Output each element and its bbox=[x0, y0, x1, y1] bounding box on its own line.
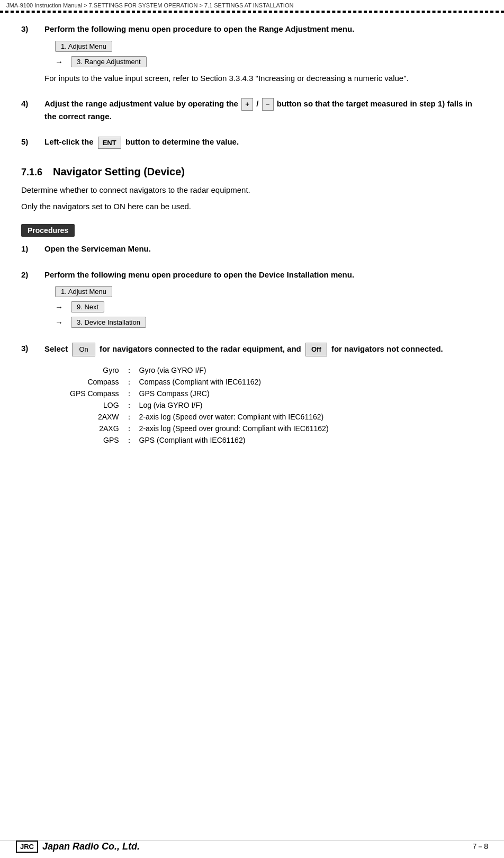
section-desc2: Only the navigators set to ON here can b… bbox=[21, 201, 483, 213]
proc-step-3-num: 3) bbox=[21, 343, 36, 446]
step-5-body: Left-click the ENT button to determine t… bbox=[44, 136, 483, 153]
procedures-badge: Procedures bbox=[21, 224, 75, 237]
nav-label: 2AXG bbox=[66, 423, 123, 435]
proc-step-3: 3) Select On for navigators connected to… bbox=[21, 343, 483, 446]
nav-label: Gyro bbox=[66, 365, 123, 377]
nav-desc: Log (via GYRO I/F) bbox=[135, 400, 333, 412]
off-btn[interactable]: Off bbox=[305, 343, 327, 356]
nav-table-row: LOG ： Log (via GYRO I/F) bbox=[66, 400, 333, 412]
proc-step-2-body: Perform the following menu open procedur… bbox=[44, 269, 483, 334]
proc-step-2-menu-flow: 1. Adjust Menu → 9. Next → 3. Device Ins… bbox=[55, 286, 483, 328]
range-adjustment-btn[interactable]: 3. Range Adjustment bbox=[71, 56, 147, 67]
menu-row-adjust: 1. Adjust Menu bbox=[55, 41, 483, 52]
step-5-suffix: button to determine the value. bbox=[125, 137, 239, 146]
nav-colon: ： bbox=[123, 388, 135, 400]
step-3-note: For inputs to the value input screen, re… bbox=[44, 73, 483, 85]
minus-btn[interactable]: − bbox=[262, 98, 274, 111]
adjust-menu-btn[interactable]: 1. Adjust Menu bbox=[55, 41, 112, 52]
plus-btn[interactable]: + bbox=[241, 98, 253, 111]
menu-row-range: → 3. Range Adjustment bbox=[55, 56, 483, 67]
footer-logo: JRC Japan Radio Co., Ltd. bbox=[16, 841, 140, 853]
arrow-icon: → bbox=[55, 57, 66, 66]
proc-step-3-middle: for navigators connected to the radar eq… bbox=[100, 344, 301, 353]
nav-desc: Gyro (via GYRO I/F) bbox=[135, 365, 333, 377]
nav-desc: GPS (Compliant with IEC61162) bbox=[135, 435, 333, 446]
next-btn[interactable]: 9. Next bbox=[71, 301, 104, 312]
step-4-num: 4) bbox=[21, 98, 36, 127]
proc-menu-row-device: → 3. Device Installation bbox=[55, 317, 483, 328]
proc-menu-row-adjust: 1. Adjust Menu bbox=[55, 286, 483, 297]
on-btn[interactable]: On bbox=[72, 343, 95, 356]
breadcrumb: JMA-9100 Instruction Manual > 7.SETTINGS… bbox=[0, 0, 504, 12]
nav-table-row: GPS Compass ： GPS Compass (JRC) bbox=[66, 388, 333, 400]
nav-colon: ： bbox=[123, 365, 135, 377]
ent-btn[interactable]: ENT bbox=[98, 137, 121, 149]
proc-step-1-body: Open the Serviceman Menu. bbox=[44, 243, 483, 260]
nav-desc: Compass (Compliant with IEC61162) bbox=[135, 377, 333, 388]
section-716-heading: 7.1.6 Navigator Setting (Device) bbox=[21, 166, 483, 178]
nav-label: LOG bbox=[66, 400, 123, 412]
step-3-body: Perform the following menu open procedur… bbox=[44, 23, 483, 88]
nav-label: 2AXW bbox=[66, 412, 123, 423]
page-number: 7－8 bbox=[472, 842, 488, 852]
section-num: 7.1.6 bbox=[21, 167, 42, 178]
step-4: 4) Adjust the range adjustment value by … bbox=[21, 98, 483, 127]
jrc-label: JRC bbox=[16, 841, 38, 853]
step-3-num: 3) bbox=[21, 23, 36, 88]
nav-label: GPS bbox=[66, 435, 123, 446]
slash-separator: / bbox=[256, 99, 260, 108]
main-content: 3) Perform the following menu open proce… bbox=[0, 18, 504, 477]
nav-table-row: Gyro ： Gyro (via GYRO I/F) bbox=[66, 365, 333, 377]
nav-label: GPS Compass bbox=[66, 388, 123, 400]
footer: JRC Japan Radio Co., Ltd. 7－8 bbox=[0, 840, 504, 853]
step-4-body: Adjust the range adjustment value by ope… bbox=[44, 98, 483, 127]
proc-adjust-menu-btn[interactable]: 1. Adjust Menu bbox=[55, 286, 112, 297]
arrow-icon-next: → bbox=[55, 302, 66, 311]
step-3: 3) Perform the following menu open proce… bbox=[21, 23, 483, 88]
nav-colon: ： bbox=[123, 400, 135, 412]
nav-colon: ： bbox=[123, 435, 135, 446]
nav-desc: 2-axis log (Speed over ground: Compliant… bbox=[135, 423, 333, 435]
nav-label: Compass bbox=[66, 377, 123, 388]
proc-step-2: 2) Perform the following menu open proce… bbox=[21, 269, 483, 334]
nav-colon: ： bbox=[123, 377, 135, 388]
nav-table-row: GPS ： GPS (Compliant with IEC61162) bbox=[66, 435, 333, 446]
step-4-prefix: Adjust the range adjustment value by ope… bbox=[44, 99, 238, 108]
section-title: Navigator Setting (Device) bbox=[53, 166, 185, 178]
device-installation-btn[interactable]: 3. Device Installation bbox=[71, 317, 146, 328]
dashed-divider bbox=[0, 12, 504, 13]
nav-table-row: 2AXW ： 2-axis log (Speed over water: Com… bbox=[66, 412, 333, 423]
proc-step-3-body: Select On for navigators connected to th… bbox=[44, 343, 483, 446]
nav-colon: ： bbox=[123, 423, 135, 435]
proc-step-2-text: Perform the following menu open procedur… bbox=[44, 269, 483, 281]
step-5: 5) Left-click the ENT button to determin… bbox=[21, 136, 483, 153]
proc-step-1-text: Open the Serviceman Menu. bbox=[44, 243, 483, 255]
company-name: Japan Radio Co., Ltd. bbox=[42, 841, 140, 852]
navigator-table: Gyro ： Gyro (via GYRO I/F) Compass ： Com… bbox=[66, 365, 333, 446]
nav-table-row: 2AXG ： 2-axis log (Speed over ground: Co… bbox=[66, 423, 333, 435]
proc-step-1-num: 1) bbox=[21, 243, 36, 260]
step-5-text: Left-click the ENT button to determine t… bbox=[44, 136, 483, 149]
nav-desc: 2-axis log (Speed over water: Compliant … bbox=[135, 412, 333, 423]
step-3-text: Perform the following menu open procedur… bbox=[44, 24, 354, 33]
nav-desc: GPS Compass (JRC) bbox=[135, 388, 333, 400]
step-3-menu-flow: 1. Adjust Menu → 3. Range Adjustment bbox=[55, 41, 483, 67]
nav-colon: ： bbox=[123, 412, 135, 423]
step-4-text: Adjust the range adjustment value by ope… bbox=[44, 98, 483, 122]
proc-step-3-text: Select On for navigators connected to th… bbox=[44, 343, 483, 356]
section-desc1: Determine whether to connect navigators … bbox=[21, 184, 483, 196]
proc-menu-row-next: → 9. Next bbox=[55, 301, 483, 312]
arrow-icon-device: → bbox=[55, 318, 66, 327]
proc-step-3-suffix: for navigators not connected. bbox=[331, 344, 443, 353]
proc-step-3-prefix: Select bbox=[44, 344, 68, 353]
step-5-prefix: Left-click the bbox=[44, 137, 94, 146]
proc-step-1: 1) Open the Serviceman Menu. bbox=[21, 243, 483, 260]
nav-table-row: Compass ： Compass (Compliant with IEC611… bbox=[66, 377, 333, 388]
step-5-num: 5) bbox=[21, 136, 36, 153]
proc-step-2-num: 2) bbox=[21, 269, 36, 334]
